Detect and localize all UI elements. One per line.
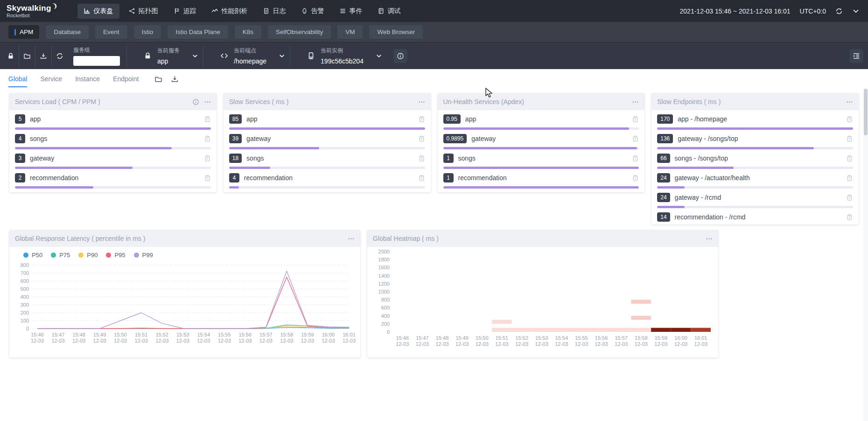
copy-clipboard-icon[interactable] — [204, 155, 211, 162]
app-logo[interactable]: Skywalking Rocketbot — [7, 4, 58, 18]
copy-clipboard-icon[interactable] — [846, 214, 853, 221]
nav-item-profile[interactable]: 性能剖析 — [205, 4, 254, 19]
legend-item-p99[interactable]: P99 — [134, 252, 153, 259]
legend-item-p50[interactable]: P50 — [23, 252, 42, 259]
scope-tab-instance[interactable]: Instance — [75, 70, 100, 87]
ranking-row: 0.95app — [438, 110, 645, 130]
dashboard-tab-k8s[interactable]: K8s — [235, 25, 261, 39]
copy-clipboard-icon[interactable] — [846, 194, 853, 201]
row-label: songs — [30, 135, 204, 142]
ranking-row: 4recommendation — [224, 169, 431, 189]
current-instance-select[interactable]: 当前实例 199c56c5b204 — [290, 47, 387, 65]
svg-text:16:01: 16:01 — [694, 335, 707, 341]
export-download-icon[interactable] — [35, 52, 51, 60]
row-label: app — [30, 115, 204, 123]
nav-label: 调试 — [388, 7, 401, 15]
copy-clipboard-icon[interactable] — [632, 135, 639, 142]
chevron-down-icon — [376, 53, 382, 59]
nav-item-event[interactable]: 事件 — [333, 4, 369, 19]
legend-item-p75[interactable]: P75 — [51, 252, 70, 259]
copy-clipboard-icon[interactable] — [846, 116, 853, 123]
service-group-label: 服务组 — [73, 46, 120, 54]
legend-item-p95[interactable]: P95 — [106, 252, 125, 259]
nav-item-log[interactable]: 日志 — [257, 4, 292, 19]
svg-text:15:51: 15:51 — [135, 332, 148, 337]
logo-subtitle: Rocketbot — [7, 13, 58, 18]
copy-clipboard-icon[interactable] — [204, 175, 211, 182]
svg-text:12-03: 12-03 — [218, 338, 231, 344]
folder-icon[interactable] — [19, 52, 35, 60]
nav-item-topology[interactable]: 拓扑图 — [122, 4, 164, 19]
import-download-icon[interactable] — [171, 75, 179, 83]
copy-clipboard-icon[interactable] — [418, 116, 425, 123]
value-badge: 24 — [657, 173, 670, 182]
dashboard-tab-istio-data-plane[interactable]: Istio Data Plane — [168, 25, 228, 39]
nav-item-debug[interactable]: 调试 — [371, 4, 407, 19]
legend-item-p90[interactable]: P90 — [78, 252, 98, 259]
tab-label: Event — [103, 28, 119, 35]
refresh-icon[interactable] — [835, 7, 843, 15]
copy-clipboard-icon[interactable] — [204, 116, 211, 123]
card-header: Services Load ( CPM / PPM ) — [9, 93, 217, 110]
nav-item-alarm[interactable]: 告警 — [295, 4, 330, 19]
ranking-row: 2recommendation — [9, 169, 217, 189]
ranking-row: 39gateway — [224, 130, 431, 149]
dashboard-tab-event[interactable]: Event — [95, 25, 127, 39]
progress-track — [229, 186, 425, 189]
scope-tab-endpoint[interactable]: Endpoint — [113, 70, 139, 87]
copy-clipboard-icon[interactable] — [418, 175, 425, 182]
copy-clipboard-icon[interactable] — [418, 135, 425, 142]
more-options-icon[interactable] — [632, 98, 639, 105]
info-icon[interactable] — [192, 98, 199, 105]
copy-clipboard-icon[interactable] — [632, 155, 639, 162]
folder-icon[interactable] — [154, 75, 162, 83]
dashboard-tab-istio[interactable]: Istio — [134, 25, 161, 39]
copy-clipboard-icon[interactable] — [632, 175, 639, 182]
scrollbar-thumb[interactable] — [864, 89, 868, 135]
active-indicator — [14, 29, 16, 35]
more-options-icon[interactable] — [846, 98, 853, 105]
copy-clipboard-icon[interactable] — [846, 175, 853, 182]
svg-text:16:00: 16:00 — [322, 332, 335, 337]
ranking-card: Slow Endpoints ( ms )170app - /homepage1… — [651, 93, 859, 225]
dashboard-tab-selfobservability[interactable]: SelfObservability — [268, 25, 331, 39]
value-badge: 4 — [229, 173, 239, 182]
timezone-selector[interactable]: UTC+0:0 — [800, 7, 826, 15]
service-group-input[interactable] — [73, 56, 120, 66]
nav-item-trace[interactable]: 追踪 — [167, 4, 203, 19]
svg-text:200: 200 — [381, 321, 390, 327]
copy-clipboard-icon[interactable] — [632, 116, 639, 123]
current-endpoint-select[interactable]: 当前端点 /homepage — [203, 47, 290, 65]
dashboard-tab-web-browser[interactable]: Web Browser — [369, 25, 423, 39]
chevron-down-icon[interactable] — [852, 7, 860, 15]
svg-text:12-03: 12-03 — [301, 338, 314, 344]
time-range-picker[interactable]: 2021-12-03 15:46 ~ 2021-12-03 16:01 — [680, 7, 791, 15]
svg-text:15:49: 15:49 — [455, 335, 469, 341]
more-options-icon[interactable] — [348, 235, 355, 242]
crescent-logo-icon — [52, 3, 58, 9]
copy-clipboard-icon[interactable] — [846, 155, 853, 162]
ranking-row: 1songs — [438, 149, 645, 169]
more-options-icon[interactable] — [204, 98, 211, 105]
copy-clipboard-icon[interactable] — [204, 135, 211, 142]
svg-text:0: 0 — [387, 329, 390, 335]
info-icon[interactable] — [393, 49, 407, 63]
copy-clipboard-icon[interactable] — [846, 135, 853, 142]
lock-icon[interactable] — [3, 52, 19, 60]
nav-item-dashboard[interactable]: 仪表盘 — [77, 4, 119, 19]
reload-icon[interactable] — [52, 52, 68, 60]
scope-actions — [154, 75, 179, 83]
copy-clipboard-icon[interactable] — [418, 155, 425, 162]
collapse-panel-icon[interactable] — [849, 49, 863, 63]
dashboard-tab-vm[interactable]: VM — [337, 25, 363, 39]
current-service-select[interactable]: 当前服务 app — [127, 47, 203, 65]
dashboard-tab-apm[interactable]: APM — [8, 25, 39, 39]
scope-tab-service[interactable]: Service — [40, 70, 62, 87]
ranking-card: Un-Health Services (Apdex)0.95app0.9895g… — [438, 93, 645, 192]
value-badge: 3 — [15, 154, 25, 163]
scope-tab-global[interactable]: Global — [8, 70, 27, 87]
current-endpoint-label: 当前端点 — [234, 47, 266, 55]
more-options-icon[interactable] — [418, 98, 425, 105]
more-options-icon[interactable] — [706, 235, 713, 242]
dashboard-tab-database[interactable]: Database — [46, 25, 89, 39]
